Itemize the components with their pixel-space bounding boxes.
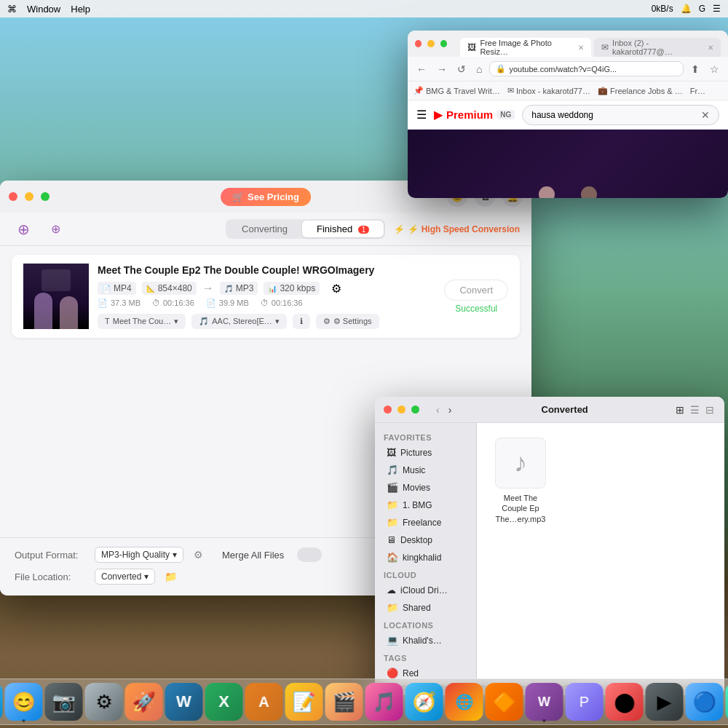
tab-finished[interactable]: Finished 1 bbox=[302, 221, 384, 237]
tab-youtube[interactable]: 🖼 Free Image & Photo Resiz… ✕ bbox=[460, 38, 591, 57]
dock-misc3[interactable]: 🎬 bbox=[325, 683, 363, 721]
browser-close-btn[interactable] bbox=[415, 40, 422, 47]
finder-icon-view[interactable]: ⊞ bbox=[674, 403, 686, 417]
tab-converting[interactable]: Converting bbox=[227, 221, 302, 237]
notification-icon[interactable]: 🔔 bbox=[681, 4, 692, 14]
dock-chrome[interactable]: 🌐 bbox=[446, 683, 483, 721]
add-folder-icon: ⊕ bbox=[51, 222, 60, 236]
finished-badge: 1 bbox=[358, 226, 370, 234]
finder-fullscreen-btn[interactable] bbox=[411, 405, 419, 414]
finder-list-view[interactable]: ☰ bbox=[689, 403, 701, 417]
settings-button[interactable]: ⚙ ⚙ Settings bbox=[316, 314, 379, 329]
sidebar-item-shared[interactable]: 📁 Shared bbox=[378, 599, 473, 616]
finder-close-btn[interactable] bbox=[384, 405, 392, 414]
dock-finder[interactable]: 😊 bbox=[5, 683, 43, 721]
dock-terminal[interactable]: ▶ bbox=[646, 683, 684, 721]
sidebar-item-kingkhalid[interactable]: 🏠 kingkhalid bbox=[378, 549, 473, 566]
sidebar-item-pictures[interactable]: 🖼 Pictures bbox=[378, 444, 473, 461]
nav-refresh[interactable]: ↺ bbox=[454, 62, 469, 76]
dock-settings[interactable]: ⚙ bbox=[85, 683, 123, 721]
info-button[interactable]: ℹ bbox=[293, 314, 310, 329]
inbox-label: Inbox - kakarotd77… bbox=[516, 87, 590, 95]
folder-browse-icon[interactable]: 📁 bbox=[162, 569, 178, 585]
menu-icon[interactable]: ☰ bbox=[713, 4, 721, 14]
settings-icon[interactable]: ⚙ bbox=[331, 282, 341, 296]
merge-toggle[interactable] bbox=[297, 547, 322, 562]
filename-option[interactable]: T Meet The Cou… ▾ bbox=[98, 314, 186, 329]
camera-icon: 📷 bbox=[52, 691, 76, 713]
file-location-value: Converted bbox=[101, 571, 141, 582]
bookmark-freelance[interactable]: 💼 Freelance Jobs & … bbox=[598, 86, 683, 95]
bookmark-bmg[interactable]: 📌 BMG & Travel Writ… bbox=[414, 86, 500, 95]
share-btn[interactable]: ⬆ bbox=[688, 62, 703, 76]
see-pricing-button[interactable]: 🛒 See Pricing bbox=[221, 188, 311, 206]
finder-column-view[interactable]: ⊟ bbox=[704, 403, 716, 417]
file-card: Meet The Couple Ep2 The Double Couple! W… bbox=[12, 255, 520, 338]
sidebar-item-freelance[interactable]: 📁 Freelance bbox=[378, 514, 473, 531]
menu-window[interactable]: Window bbox=[27, 4, 60, 15]
converter-minimize-btn[interactable] bbox=[25, 192, 33, 201]
nav-back[interactable]: ← bbox=[414, 62, 430, 76]
nav-home[interactable]: ⌂ bbox=[473, 62, 485, 76]
sidebar-item-desktop[interactable]: 🖥 Desktop bbox=[378, 531, 473, 548]
dock-excel[interactable]: X bbox=[205, 683, 243, 721]
dock-dict[interactable]: A bbox=[245, 683, 283, 721]
yt-menu-icon[interactable]: ☰ bbox=[416, 108, 427, 122]
couple-figures bbox=[537, 186, 599, 198]
dock-red-app[interactable]: ⬤ bbox=[606, 683, 644, 721]
youtube-video-area[interactable] bbox=[408, 130, 728, 198]
dock-camera[interactable]: 📷 bbox=[45, 683, 83, 721]
dock-misc1[interactable]: 🔵 bbox=[686, 683, 724, 721]
file-location-label: File Location: bbox=[15, 571, 87, 582]
g-icon[interactable]: G bbox=[699, 4, 705, 14]
finder-minimize-btn[interactable] bbox=[397, 405, 405, 414]
source-format-box: 📄 MP4 bbox=[98, 282, 136, 295]
file-thumbnail bbox=[23, 264, 89, 329]
add-folder-button[interactable]: ⊕ bbox=[44, 218, 67, 241]
bookmark-fr[interactable]: Fr… bbox=[690, 87, 705, 95]
dock-word[interactable]: W bbox=[165, 683, 203, 721]
sidebar-item-khalid[interactable]: 💻 Khalid's… bbox=[378, 632, 473, 649]
menu-help[interactable]: Help bbox=[71, 4, 90, 15]
convert-button[interactable]: Convert bbox=[444, 280, 508, 301]
tab-youtube-close[interactable]: ✕ bbox=[578, 44, 584, 52]
dock-notes[interactable]: 📝 bbox=[285, 683, 323, 721]
tab-gmail-close[interactable]: ✕ bbox=[708, 44, 713, 52]
dock-wondershare[interactable]: W bbox=[526, 683, 563, 721]
nav-forward[interactable]: → bbox=[434, 62, 450, 76]
yt-brand: Premium bbox=[446, 108, 493, 121]
dock-purple-app[interactable]: P bbox=[566, 683, 604, 721]
converter-fullscreen-btn[interactable] bbox=[41, 192, 50, 201]
converter-close-btn[interactable] bbox=[9, 192, 17, 201]
output-format-select[interactable]: MP3-High Quality ▾ bbox=[95, 547, 183, 563]
bookmark-btn[interactable]: ☆ bbox=[707, 62, 722, 76]
dock-launchpad[interactable]: 🚀 bbox=[125, 683, 163, 721]
browser-maximize-btn[interactable] bbox=[440, 40, 447, 47]
sidebar-item-bmg[interactable]: 📁 1. BMG bbox=[378, 496, 473, 513]
file-location-select[interactable]: Converted ▾ bbox=[95, 569, 155, 585]
dock-safari[interactable]: 🧭 bbox=[405, 683, 443, 721]
converted-file-item[interactable]: ♪ Meet The Couple Ep The…ery.mp3 bbox=[491, 438, 550, 524]
sidebar-item-movies[interactable]: 🎬 Movies bbox=[378, 479, 473, 496]
search-clear-icon[interactable]: ✕ bbox=[701, 109, 710, 121]
finder-forward-btn[interactable]: › bbox=[445, 403, 456, 417]
add-file-button[interactable]: ⊕ bbox=[12, 218, 35, 241]
apple-menu[interactable]: ⌘ bbox=[7, 4, 17, 15]
bookmark-inbox[interactable]: ✉ Inbox - kakarotd77… bbox=[507, 86, 590, 95]
dock-misc2[interactable]: 🐚 bbox=[726, 683, 729, 721]
format-settings-icon[interactable]: ⚙ bbox=[194, 549, 203, 561]
address-bar[interactable]: 🔒 youtube.com/watch?v=Q4iG... bbox=[489, 61, 684, 76]
icloud-section-label: iCloud bbox=[375, 566, 476, 581]
target-bitrate-box: 📊 320 kbps bbox=[264, 282, 320, 295]
youtube-search-bar[interactable]: hausa weddong ✕ bbox=[522, 105, 719, 125]
finder-back-btn[interactable]: ‹ bbox=[432, 403, 443, 417]
dock-vlc[interactable]: 🔶 bbox=[486, 683, 523, 721]
browser-minimize-btn[interactable] bbox=[427, 40, 434, 47]
audio-option[interactable]: 🎵 AAC, Stereo[E… ▾ bbox=[191, 314, 287, 329]
sidebar-item-icloud-drive[interactable]: ☁ iCloud Dri… bbox=[378, 582, 473, 598]
dock-music[interactable]: 🎵 bbox=[365, 683, 403, 721]
sidebar-item-music[interactable]: 🎵 Music bbox=[378, 462, 473, 478]
bmg-label: BMG & Travel Writ… bbox=[426, 87, 500, 95]
dock-app-store[interactable]: 🅰 bbox=[0, 683, 3, 721]
tab-gmail[interactable]: ✉ Inbox (2) - kakarotd777@… ✕ bbox=[594, 38, 721, 57]
